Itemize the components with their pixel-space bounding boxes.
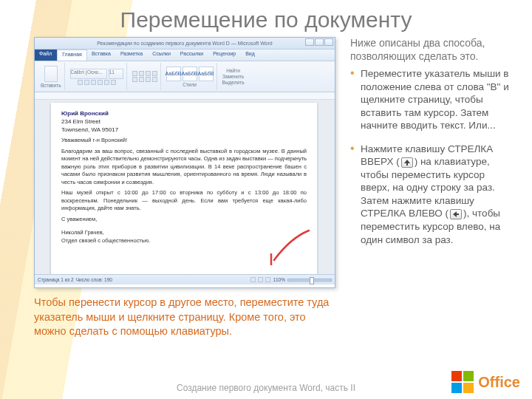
- doc-closing: С уважением,: [61, 216, 307, 224]
- word-window: Рекомендации по созданию первого докумен…: [34, 37, 335, 288]
- slide-title: Перемещение по документу: [0, 0, 532, 37]
- tab-references[interactable]: Ссылки: [148, 50, 176, 61]
- status-words: Число слов: 190: [76, 277, 112, 282]
- view-button[interactable]: [250, 277, 256, 282]
- maximize-button[interactable]: [315, 38, 324, 46]
- doc-name: Юрий Вронский: [61, 110, 109, 117]
- style-preview[interactable]: АаБбВ: [166, 66, 181, 81]
- close-button[interactable]: [324, 38, 333, 46]
- style-preview[interactable]: АаБбВ: [183, 66, 197, 81]
- zoom-value: 110%: [273, 277, 285, 282]
- doc-addr2: Townsend, WA 95017: [61, 126, 118, 133]
- ribbon-group-editing: Найти Заменить Выделить: [219, 63, 248, 90]
- style-preview[interactable]: АаБбВ: [199, 66, 214, 81]
- doc-signature-1: Николай Грачев,: [61, 229, 104, 236]
- window-titlebar: Рекомендации по созданию первого докумен…: [35, 38, 335, 50]
- arrow-left-key-icon: [450, 209, 462, 219]
- font-name-combo[interactable]: Calibri (Осно...: [70, 69, 107, 79]
- ribbon-group-font: Calibri (Осно... 11: [67, 63, 127, 90]
- ribbon-tabs: Файл Главная Вставка Разметка Ссылки Рас…: [35, 50, 335, 61]
- tab-mailings[interactable]: Рассылки: [176, 50, 208, 61]
- view-button[interactable]: [258, 277, 263, 282]
- font-size-combo[interactable]: 11: [109, 69, 123, 79]
- ribbon-group-clipboard: Вставить: [38, 63, 65, 90]
- ribbon: Вставить Calibri (Осно... 11 АаБбВ: [35, 61, 335, 92]
- ruler: [35, 92, 335, 100]
- tab-layout[interactable]: Разметка: [116, 50, 148, 61]
- doc-addr1: 234 Elm Street: [61, 118, 100, 125]
- doc-signature-2: Отдел связей с общественностью.: [61, 237, 150, 244]
- tab-file[interactable]: Файл: [35, 50, 57, 61]
- paste-button[interactable]: [44, 66, 58, 82]
- window-title: Рекомендации по созданию первого докумен…: [97, 41, 272, 46]
- intro-text: Ниже описаны два способа, позволяющих сд…: [350, 37, 514, 63]
- arrow-up-key-icon: [401, 157, 413, 168]
- tab-insert[interactable]: Вставка: [87, 50, 116, 61]
- status-page: Страница 1 из 2: [38, 277, 74, 282]
- office-logo-icon: [451, 371, 474, 393]
- status-bar: Страница 1 из 2 Число слов: 190 110%: [35, 274, 335, 284]
- office-logo-text: Office: [478, 374, 520, 390]
- image-caption: Чтобы перенести курсор в другое место, п…: [34, 296, 335, 339]
- find-label[interactable]: Найти: [226, 68, 240, 73]
- doc-greeting: Уважаемый г-н Вронский!: [61, 137, 307, 145]
- view-button[interactable]: [265, 277, 270, 282]
- doc-paragraph-2: Наш музей открыт с 10:00 до 17:00 со вто…: [61, 189, 307, 213]
- tab-review[interactable]: Рецензир: [208, 50, 241, 61]
- ribbon-group-styles: АаБбВ АаБбВ АаБбВ Стили: [163, 63, 217, 90]
- minimize-button[interactable]: [305, 38, 314, 46]
- doc-paragraph-1: Благодарим за ваш вопрос, связанный с по…: [61, 148, 307, 187]
- office-logo: Office: [451, 371, 520, 393]
- bullet-1: Переместите указатель мыши в положение с…: [350, 67, 514, 132]
- select-label[interactable]: Выделить: [222, 80, 245, 85]
- document-area[interactable]: Юрий Вронский 234 Elm Street Townsend, W…: [35, 100, 335, 274]
- bullet-list: Переместите указатель мыши в положение с…: [350, 67, 514, 246]
- zoom-slider[interactable]: [287, 279, 332, 282]
- paste-label: Вставить: [41, 83, 61, 88]
- styles-label: Стили: [183, 82, 197, 87]
- tab-home[interactable]: Главная: [57, 50, 87, 61]
- cursor-annotation: [268, 227, 313, 271]
- bullet-2: Нажмите клавишу СТРЕЛКА ВВЕРХ () на клав…: [350, 143, 514, 246]
- ribbon-group-paragraph: [129, 63, 161, 90]
- replace-label[interactable]: Заменить: [222, 74, 244, 79]
- tab-view[interactable]: Вид: [241, 50, 260, 61]
